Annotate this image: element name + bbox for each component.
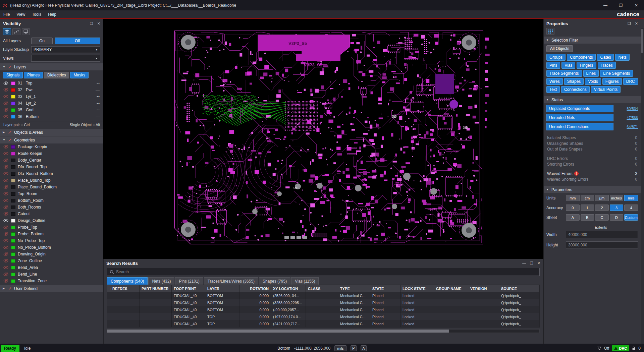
column-header-part-number[interactable]: PART NUMBER — [140, 285, 172, 292]
filter-nets[interactable]: Nets — [615, 54, 630, 61]
geometry-row[interactable]: Design_Outline — [0, 217, 103, 224]
column-header-state[interactable]: STATE — [370, 285, 400, 292]
geometry-color-swatch[interactable] — [11, 226, 15, 229]
panel-minimize-icon[interactable]: — — [620, 21, 624, 26]
height-field[interactable]: 30000.000 — [566, 241, 638, 248]
geometry-row[interactable]: Cutout — [0, 211, 103, 217]
panel-minimize-icon[interactable]: — — [522, 261, 526, 266]
panel-float-icon[interactable]: ❐ — [90, 21, 93, 26]
all-layers-off-button[interactable]: Off — [55, 38, 100, 44]
section-geometries[interactable]: ▼ Geometries — [0, 136, 103, 143]
layer-row[interactable]: 05Gnd-- — [0, 107, 103, 113]
column-header-lock-state[interactable]: LOCK STATE — [400, 285, 434, 292]
accuracy-option-2[interactable]: 2 — [595, 204, 609, 211]
collapse-icon[interactable]: ▼ — [3, 65, 6, 68]
geometry-row[interactable]: Bend_Area — [0, 264, 103, 271]
status-progress-unrouted-connections[interactable]: Unrouted Connections — [546, 123, 613, 130]
geometry-color-swatch[interactable] — [11, 266, 15, 270]
geometry-row[interactable]: Bend_Line — [0, 271, 103, 278]
sheet-option-custom[interactable]: Custom — [624, 214, 638, 221]
accuracy-option-0[interactable]: 0 — [566, 204, 580, 211]
status-progress-unplaced-components[interactable]: Unplaced Components — [546, 105, 613, 112]
visibility-eye-icon[interactable] — [3, 198, 9, 202]
section-user-defined[interactable]: ▶ User Defined — [0, 285, 103, 292]
filter-lines[interactable]: Lines — [583, 70, 599, 77]
panel-float-icon[interactable]: ❐ — [628, 21, 631, 26]
visibility-eye-icon[interactable] — [3, 272, 9, 276]
column-header-xy-location[interactable]: XY LOCATION — [271, 285, 306, 292]
filter-trace-segments[interactable]: Trace Segments — [546, 70, 582, 77]
geometry-color-swatch[interactable] — [11, 239, 15, 243]
layer-tab-dielectrics[interactable]: Dielectrics — [44, 72, 69, 78]
geometry-color-swatch[interactable] — [11, 246, 15, 249]
geometry-color-swatch[interactable] — [11, 252, 15, 256]
section-status[interactable]: ▼ Status — [544, 96, 641, 103]
layer-row[interactable]: 02Pwr— — [0, 86, 103, 93]
filter-components[interactable]: Components — [567, 54, 596, 61]
table-row[interactable]: FIDUCIAL_40BOTTOM0.000(3258.000,2295...M… — [107, 299, 539, 306]
table-row[interactable]: FIDUCIAL_40TOP0.000(2421.000,717...Mecha… — [107, 320, 539, 327]
display-view-button[interactable] — [22, 28, 30, 35]
collapse-icon[interactable]: ▼ — [546, 98, 549, 101]
column-header-layer[interactable]: LAYER — [205, 285, 239, 292]
column-header-group-name[interactable]: GROUP NAME — [434, 285, 468, 292]
geometry-color-swatch[interactable] — [11, 152, 15, 156]
pcb-canvas[interactable] — [103, 19, 543, 259]
visibility-eye-icon[interactable] — [3, 178, 9, 182]
menu-file[interactable]: File — [0, 10, 13, 18]
trace-view-button[interactable] — [12, 28, 20, 35]
geometry-color-swatch[interactable] — [11, 219, 15, 223]
visibility-eye-icon[interactable] — [3, 279, 9, 283]
filter-text[interactable]: Text — [546, 86, 560, 93]
geometry-color-swatch[interactable] — [11, 192, 15, 196]
panel-float-icon[interactable]: ❐ — [530, 261, 533, 266]
visibility-eye-icon[interactable] — [3, 165, 9, 169]
layer-stackup-dropdown[interactable]: PRIMARY ▼ — [31, 46, 100, 53]
visibility-eye-icon[interactable] — [3, 259, 9, 263]
geometry-row[interactable]: Body_Center — [0, 157, 103, 164]
geometry-row[interactable]: No_Probe_Bottom — [0, 244, 103, 251]
menu-help[interactable]: Help — [45, 10, 60, 18]
column-header-class[interactable]: CLASS — [306, 285, 338, 292]
filter-gates[interactable]: Gates — [597, 54, 614, 61]
close-button[interactable]: ✕ — [629, 0, 644, 10]
status-count-link[interactable]: 47/566 — [627, 116, 638, 120]
column-header-rotation[interactable]: ROTATION — [239, 285, 271, 292]
units-option-cm[interactable]: cm — [581, 195, 594, 201]
geometry-row[interactable]: No_Probe_Top — [0, 237, 103, 244]
filter-pins[interactable]: Pins — [546, 62, 560, 69]
geometry-color-swatch[interactable] — [11, 179, 15, 182]
panel-close-icon[interactable]: ✕ — [635, 21, 638, 26]
search-tab-vias-1155[interactable]: Vias (1155) — [291, 277, 319, 285]
layer-color-swatch[interactable] — [11, 115, 15, 119]
geometry-color-swatch[interactable] — [11, 273, 15, 276]
geometry-color-swatch[interactable] — [11, 159, 15, 162]
scrollbar-thumb[interactable] — [107, 330, 449, 333]
geometry-color-swatch[interactable] — [11, 232, 15, 236]
layer-color-swatch[interactable] — [11, 95, 15, 99]
filter-connections[interactable]: Connections — [561, 86, 590, 93]
layer-color-swatch[interactable] — [11, 102, 15, 105]
filter-vias[interactable]: Vias — [561, 62, 575, 69]
visibility-eye-icon[interactable] — [3, 95, 9, 99]
column-header-foot-print[interactable]: FOOT PRINT — [172, 285, 205, 292]
accuracy-option-4[interactable]: 4 — [624, 204, 638, 211]
geometry-row[interactable]: Dfa_Bound_Bottom — [0, 170, 103, 177]
units-option-mils[interactable]: mils — [624, 195, 638, 201]
layers-view-button[interactable] — [3, 28, 11, 35]
geometry-color-swatch[interactable] — [11, 206, 15, 209]
visibility-eye-icon[interactable] — [3, 101, 9, 105]
units-option-inches[interactable]: inches — [610, 195, 624, 201]
section-parameters[interactable]: ▼ Parameters — [544, 186, 641, 193]
filter-traces[interactable]: Traces — [598, 62, 616, 69]
layer-color-swatch[interactable] — [11, 81, 15, 85]
section-selection-filter[interactable]: ▼ Selection Filter — [544, 37, 641, 44]
geometry-row[interactable]: Dfa_Bound_Top — [0, 164, 103, 170]
filter-drc[interactable]: DRC — [623, 78, 638, 85]
column-header-type[interactable]: TYPE — [338, 285, 370, 292]
geometry-color-swatch[interactable] — [11, 259, 15, 263]
search-tab-components-540[interactable]: Components (540) — [107, 277, 148, 285]
filter-shapes[interactable]: Shapes — [564, 78, 584, 85]
search-tab-nets-432[interactable]: Nets (432) — [148, 277, 174, 285]
collapse-icon[interactable]: ▼ — [546, 188, 549, 191]
